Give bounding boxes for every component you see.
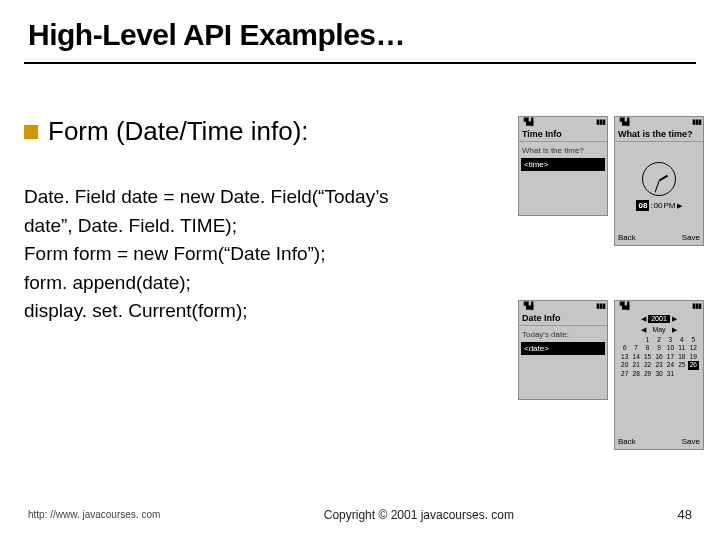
page-number: 48 (678, 507, 692, 522)
calendar-day: 10 (665, 344, 676, 352)
bullet-row: Form (Date/Time info): (24, 116, 504, 147)
footer-url: http: //www. javacourses. com (28, 509, 160, 520)
form-label: What is the time? (521, 144, 605, 158)
softkey-back: Back (618, 437, 636, 446)
title-underline (24, 62, 696, 64)
softkey-save: Save (682, 437, 700, 446)
calendar-day: 21 (630, 361, 641, 369)
slide-title: High-Level API Examples… (0, 0, 720, 52)
calendar-day: 18 (676, 353, 687, 361)
calendar-day: 17 (665, 353, 676, 361)
calendar-day: 20 (619, 361, 630, 369)
battery-icon: ▮▮▮ (596, 118, 605, 126)
chevron-right-icon: ▶ (672, 315, 677, 323)
calendar-day: 15 (642, 353, 653, 361)
minute: 00 (654, 201, 663, 210)
calendar-month: May (652, 326, 665, 334)
softkey-save: Save (682, 233, 700, 242)
phone-title: Date Info (519, 311, 607, 326)
calendar-day: 26 (688, 361, 699, 369)
signal-icon: ▝▙▌ (521, 118, 536, 126)
calendar-day: 22 (642, 361, 653, 369)
code-line: date”, Date. Field. TIME); (24, 212, 504, 241)
calendar-day: 12 (688, 344, 699, 352)
code-block: Date. Field date = new Date. Field(“Toda… (24, 183, 504, 326)
signal-icon: ▝▙▌ (617, 118, 632, 126)
calendar-day: 4 (676, 336, 687, 344)
selected-value: <date> (521, 342, 605, 355)
battery-icon: ▮▮▮ (692, 302, 701, 310)
signal-icon: ▝▙▌ (521, 302, 536, 310)
code-line: form. append(date); (24, 269, 504, 298)
softkeys: Back Save (615, 231, 703, 245)
calendar-day: 8 (642, 344, 653, 352)
phone-title: Time Info (519, 127, 607, 142)
minute-hand (655, 180, 660, 193)
footer-copyright: Copyright © 2001 javacourses. com (324, 508, 514, 522)
hour-box: 08 (636, 200, 649, 211)
phone-status-bar: ▝▙▌ ▮▮▮ (519, 301, 607, 311)
code-line: Date. Field date = new Date. Field(“Toda… (24, 183, 504, 212)
calendar-year: 2001 (648, 315, 670, 323)
calendar-day: 27 (619, 370, 630, 378)
calendar-day: 5 (688, 336, 699, 344)
calendar-month-row: ◀ May ▶ (617, 325, 701, 335)
top-phone-row: ▝▙▌ ▮▮▮ Time Info What is the time? <tim… (518, 116, 704, 246)
clock-body: 08 : 00 PM ▶ (615, 142, 703, 231)
calendar-day: 11 (676, 344, 687, 352)
ampm: PM (664, 201, 676, 210)
phone-title: What is the time? (615, 127, 703, 142)
phone-status-bar: ▝▙▌ ▮▮▮ (615, 301, 703, 311)
chevron-right-icon: ▶ (672, 326, 677, 334)
phone-status-bar: ▝▙▌ ▮▮▮ (519, 117, 607, 127)
calendar-day: 16 (653, 353, 664, 361)
bullet-text: Form (Date/Time info): (48, 116, 309, 147)
calendar-grid: 1234567891011121314151617181920212223242… (617, 335, 701, 380)
calendar-day: 23 (653, 361, 664, 369)
code-line: Form form = new Form(“Date Info”); (24, 240, 504, 269)
phone-date-info: ▝▙▌ ▮▮▮ Date Info Today's date: <date> (518, 300, 608, 400)
calendar-day: 29 (642, 370, 653, 378)
hour-hand (659, 175, 668, 181)
chevron-left-icon: ◀ (641, 326, 646, 334)
selected-value: <time> (521, 158, 605, 171)
calendar-year-row: ◀ 2001 ▶ (617, 313, 701, 325)
bullet-icon (24, 125, 38, 139)
calendar-day (688, 370, 699, 378)
slide-footer: http: //www. javacourses. com Copyright … (0, 507, 720, 522)
form-label: Today's date: (521, 328, 605, 342)
calendar-day: 3 (665, 336, 676, 344)
code-line: display. set. Current(form); (24, 297, 504, 326)
calendar-day: 14 (630, 353, 641, 361)
calendar-body: ◀ 2001 ▶ ◀ May ▶ 12345678910111213141516… (615, 311, 703, 435)
calendar-day: 31 (665, 370, 676, 378)
calendar-day: 28 (630, 370, 641, 378)
signal-icon: ▝▙▌ (617, 302, 632, 310)
calendar-day: 2 (653, 336, 664, 344)
calendar-day (630, 336, 641, 344)
bottom-phone-row: ▝▙▌ ▮▮▮ Date Info Today's date: <date> ▝… (518, 300, 704, 450)
calendar-day: 13 (619, 353, 630, 361)
calendar-day: 24 (665, 361, 676, 369)
chevron-left-icon: ◀ (641, 315, 646, 323)
phone-body: What is the time? <time> (519, 142, 607, 215)
battery-icon: ▮▮▮ (692, 118, 701, 126)
calendar-day: 19 (688, 353, 699, 361)
colon: : (650, 201, 652, 210)
calendar-day (619, 336, 630, 344)
phone-calendar: ▝▙▌ ▮▮▮ ◀ 2001 ▶ ◀ May ▶ 123456789101112… (614, 300, 704, 450)
calendar-day: 25 (676, 361, 687, 369)
calendar-day: 7 (630, 344, 641, 352)
phone-body: Today's date: <date> (519, 326, 607, 399)
softkeys: Back Save (615, 435, 703, 449)
digital-time: 08 : 00 PM ▶ (636, 200, 681, 211)
phone-time-info: ▝▙▌ ▮▮▮ Time Info What is the time? <tim… (518, 116, 608, 216)
softkey-back: Back (618, 233, 636, 242)
content-area: Form (Date/Time info): Date. Field date … (24, 116, 504, 326)
battery-icon: ▮▮▮ (596, 302, 605, 310)
clock-face-icon (642, 162, 676, 196)
calendar-day (676, 370, 687, 378)
calendar-day: 6 (619, 344, 630, 352)
arrow-right-icon: ▶ (677, 202, 682, 210)
phone-clock: ▝▙▌ ▮▮▮ What is the time? 08 : 00 PM ▶ B… (614, 116, 704, 246)
